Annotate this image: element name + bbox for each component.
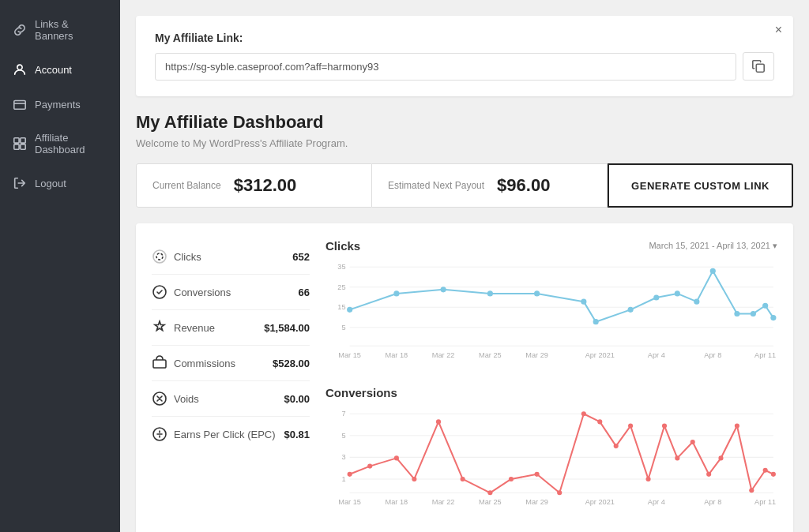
svg-point-63 [509, 477, 514, 481]
svg-point-65 [557, 490, 562, 495]
stat-row-conversions: Conversions 66 [152, 275, 310, 310]
left-stats: Clicks 652 Conversions 66 [152, 239, 310, 532]
conversions-chart-title: Conversions [325, 386, 397, 399]
conversions-label: Conversions [174, 287, 231, 298]
dashboard-subtitle: Welcome to My WordPress's Affiliate Prog… [136, 137, 793, 149]
svg-point-68 [614, 444, 619, 448]
stat-row-epc: Earns Per Click (EPC) $0.81 [152, 417, 310, 451]
svg-point-22 [347, 307, 352, 313]
svg-text:Mar 22: Mar 22 [432, 497, 455, 505]
clicks-icon [152, 249, 167, 264]
svg-point-27 [581, 299, 586, 305]
next-payout-box: Estimated Next Payout $96.00 [372, 163, 608, 208]
commissions-value: $528.00 [273, 358, 310, 369]
logout-icon [13, 176, 27, 190]
stats-row: Current Balance $312.00 Estimated Next P… [136, 163, 793, 208]
main-content: × My Affiliate Link: My Affiliate Dashbo… [120, 0, 809, 532]
svg-text:Apr 4: Apr 4 [648, 351, 665, 359]
svg-rect-3 [21, 138, 25, 143]
stat-row-voids: Voids $0.00 [152, 381, 310, 417]
charts-card: Clicks 652 Conversions 66 [136, 223, 793, 532]
conversions-chart-svg: 7 5 3 1 [325, 406, 777, 511]
svg-point-74 [706, 472, 711, 477]
sidebar-item-label: Affiliate Dashboard [35, 132, 107, 155]
commissions-label: Commissions [174, 358, 235, 369]
copy-button[interactable] [743, 52, 774, 81]
revenue-icon [152, 320, 167, 335]
sidebar-item-account[interactable]: Account [0, 52, 120, 87]
payments-icon [13, 97, 27, 111]
svg-point-32 [694, 299, 699, 305]
sidebar-item-label: Payments [35, 99, 81, 111]
svg-text:Mar 15: Mar 15 [338, 351, 361, 359]
svg-text:35: 35 [337, 263, 345, 271]
sidebar-item-label: Links & Banners [35, 18, 107, 42]
svg-text:Apr 4: Apr 4 [648, 497, 665, 505]
svg-point-73 [690, 440, 695, 444]
svg-text:Mar 25: Mar 25 [479, 497, 502, 505]
svg-text:Mar 15: Mar 15 [338, 497, 361, 505]
svg-point-29 [628, 307, 634, 313]
svg-point-8 [153, 250, 166, 263]
epc-label: Earns Per Click (EPC) [174, 429, 276, 440]
voids-label: Voids [174, 393, 199, 405]
affiliate-link-input[interactable] [155, 53, 736, 81]
svg-text:Apr 11: Apr 11 [754, 497, 776, 505]
stat-row-revenue: Revenue $1,584.00 [152, 310, 310, 346]
sidebar-item-logout[interactable]: Logout [0, 166, 120, 200]
svg-point-25 [487, 290, 493, 296]
svg-point-35 [751, 311, 756, 317]
svg-point-71 [662, 423, 667, 428]
svg-text:Apr 2021: Apr 2021 [585, 497, 615, 505]
svg-text:7: 7 [341, 410, 345, 418]
svg-text:Mar 29: Mar 29 [525, 497, 548, 505]
sidebar: Links & Banners Account Payments [0, 0, 120, 532]
svg-point-69 [628, 423, 633, 428]
svg-point-7 [156, 253, 163, 260]
svg-point-72 [675, 455, 679, 460]
svg-point-64 [535, 472, 540, 477]
svg-rect-2 [14, 138, 19, 143]
sidebar-item-payments[interactable]: Payments [0, 87, 120, 122]
conversions-chart-container: 7 5 3 1 [325, 406, 777, 514]
svg-text:Apr 8: Apr 8 [704, 497, 721, 505]
svg-point-77 [749, 488, 754, 493]
close-button[interactable]: × [775, 24, 782, 36]
svg-point-58 [394, 455, 399, 460]
svg-point-62 [487, 490, 492, 495]
svg-point-79 [771, 472, 776, 477]
clicks-chart-section: Clicks March 15, 2021 - April 13, 2021 ▾… [325, 239, 777, 367]
svg-point-75 [718, 455, 723, 460]
svg-point-31 [675, 290, 680, 296]
sidebar-item-label: Account [35, 64, 72, 76]
voids-value: $0.00 [284, 393, 310, 405]
clicks-date-range[interactable]: March 15, 2021 - April 13, 2021 ▾ [649, 241, 777, 251]
right-charts: Clicks March 15, 2021 - April 13, 2021 ▾… [325, 239, 777, 532]
svg-point-28 [593, 319, 599, 324]
svg-point-36 [762, 303, 768, 309]
generate-custom-link-button[interactable]: GENERATE CUSTOM LINK [608, 163, 793, 208]
conversions-chart-section: Conversions 7 5 3 1 [325, 386, 777, 514]
epc-icon [152, 426, 167, 442]
svg-point-59 [412, 477, 416, 481]
svg-point-66 [581, 411, 586, 416]
svg-point-23 [393, 290, 399, 296]
conversions-value: 66 [299, 287, 310, 298]
conversions-icon [152, 284, 167, 300]
svg-point-61 [461, 477, 465, 481]
sidebar-item-links-banners[interactable]: Links & Banners [0, 8, 120, 52]
svg-point-33 [710, 268, 716, 274]
svg-point-70 [646, 477, 651, 481]
svg-text:15: 15 [337, 303, 345, 311]
svg-point-60 [436, 419, 441, 424]
svg-point-57 [367, 463, 372, 468]
svg-rect-1 [14, 101, 25, 110]
sidebar-item-affiliate-dashboard[interactable]: Affiliate Dashboard [0, 122, 120, 166]
svg-text:Apr 11: Apr 11 [754, 351, 776, 359]
svg-point-67 [597, 419, 602, 424]
affiliate-link-card: × My Affiliate Link: [136, 16, 793, 96]
revenue-value: $1,584.00 [264, 322, 310, 334]
clicks-value: 652 [292, 251, 310, 263]
current-balance-label: Current Balance [152, 180, 221, 191]
svg-rect-4 [14, 144, 19, 149]
